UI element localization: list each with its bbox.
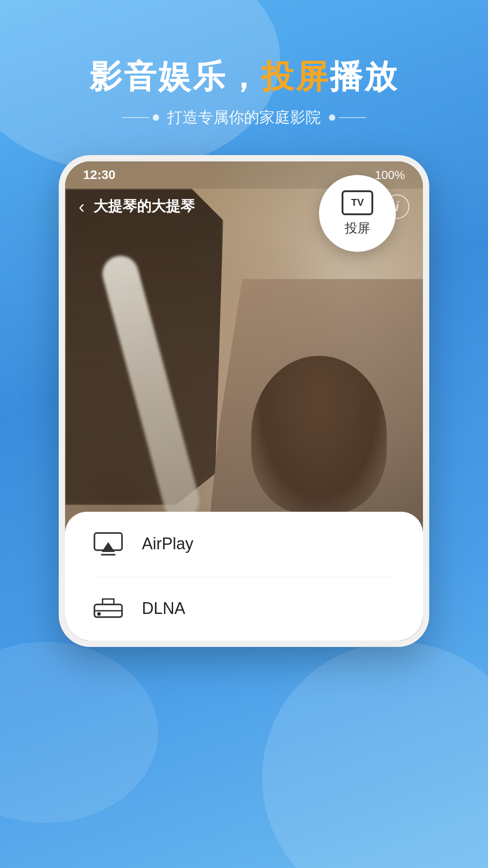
- song-title: 大提琴的大提琴: [94, 197, 195, 217]
- deco-line-left: [122, 117, 149, 118]
- title-part3: 播放: [330, 58, 399, 94]
- deco-line-right: [339, 117, 366, 118]
- dlna-item[interactable]: DLNA: [92, 576, 396, 641]
- deco-dot-right: [329, 114, 335, 121]
- subtitle-area: 打造专属你的家庭影院: [89, 107, 399, 128]
- battery-indicator: 100%: [375, 168, 405, 182]
- airplay-label: AirPlay: [142, 534, 193, 553]
- subtitle-text: 打造专属你的家庭影院: [167, 107, 321, 128]
- tv-icon-text: TV: [351, 197, 364, 208]
- back-button[interactable]: ‹: [79, 197, 84, 217]
- svg-marker-3: [102, 542, 115, 552]
- cast-button[interactable]: TV 投屏: [319, 175, 396, 252]
- phone-outer: 12:30 100% ‹ 大提琴的大提琴 i TV 投屏: [59, 155, 429, 647]
- deco-dot-left: [153, 114, 159, 121]
- main-content: 影音娱乐，投屏播放 打造专属你的家庭影院: [0, 0, 488, 868]
- airplay-icon: [92, 533, 124, 555]
- head-silhouette: [251, 356, 387, 514]
- info-icon: i: [395, 199, 399, 214]
- airplay-item[interactable]: AirPlay: [92, 512, 396, 576]
- title-part1: 影音娱乐，: [89, 58, 261, 94]
- header-section: 影音娱乐，投屏播放 打造专属你的家庭影院: [89, 59, 399, 128]
- phone-mockup: 12:30 100% ‹ 大提琴的大提琴 i TV 投屏: [59, 155, 429, 647]
- dlna-icon: [92, 597, 124, 620]
- page-title: 影音娱乐，投屏播放: [89, 59, 399, 94]
- decorator-right: [329, 114, 366, 121]
- cast-label: 投屏: [345, 220, 370, 237]
- svg-point-10: [97, 612, 101, 616]
- bottom-sheet: AirPlay: [65, 512, 423, 641]
- status-time: 12:30: [83, 168, 116, 182]
- dlna-label: DLNA: [142, 599, 185, 618]
- title-highlight: 投屏: [261, 58, 330, 94]
- phone-screen: 12:30 100% ‹ 大提琴的大提琴 i TV 投屏: [65, 161, 423, 641]
- decorator-left: [122, 114, 159, 121]
- tv-icon-border: TV: [342, 190, 373, 215]
